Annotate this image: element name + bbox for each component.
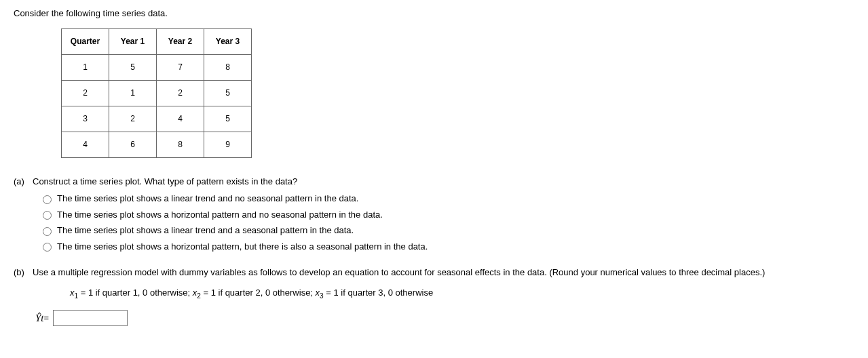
option-label: The time series plot shows a linear tren… (57, 192, 358, 205)
part-a-label: (a) (14, 175, 33, 188)
y-hat: Ŷ (35, 311, 41, 326)
cell: 4 (157, 106, 204, 132)
radio-option-4[interactable] (43, 243, 52, 252)
cell: 5 (109, 54, 157, 80)
part-b-label: (b) (14, 266, 33, 279)
option-row[interactable]: The time series plot shows a linear tren… (39, 224, 854, 237)
cell: 1 (109, 80, 157, 106)
answer-row: Ŷt = (35, 310, 854, 326)
table-row: 4 6 8 9 (62, 132, 252, 157)
text: = 1 if quarter 1, 0 otherwise; (78, 287, 193, 298)
cell: 4 (62, 132, 109, 157)
radio-option-2[interactable] (43, 211, 52, 220)
cell: 8 (157, 132, 204, 157)
option-row[interactable]: The time series plot shows a horizontal … (39, 240, 854, 254)
radio-option-3[interactable] (43, 227, 52, 236)
part-a: (a) Construct a time series plot. What t… (14, 175, 854, 256)
col-header: Year 2 (157, 28, 204, 54)
col-header: Quarter (62, 28, 109, 54)
cell: 5 (204, 80, 252, 106)
option-row[interactable]: The time series plot shows a horizontal … (39, 208, 854, 222)
table-row: 2 1 2 5 (62, 80, 252, 106)
cell: 8 (204, 54, 252, 80)
cell: 6 (109, 132, 157, 157)
option-label: The time series plot shows a horizontal … (57, 208, 383, 222)
part-a-question: Construct a time series plot. What type … (33, 175, 854, 188)
equation-input[interactable] (53, 310, 128, 326)
cell: 2 (157, 80, 204, 106)
col-header: Year 1 (109, 28, 157, 54)
cell: 2 (109, 106, 157, 132)
col-header: Year 3 (204, 28, 252, 54)
part-b-question: Use a multiple regression model with dum… (33, 266, 854, 279)
text: = 1 if quarter 3, 0 otherwise (324, 287, 434, 298)
table-row: 1 5 7 8 (62, 54, 252, 80)
data-table: Quarter Year 1 Year 2 Year 3 1 5 7 8 2 1… (61, 28, 252, 158)
cell: 9 (204, 132, 252, 157)
part-b: (b) Use a multiple regression model with… (14, 266, 854, 326)
cell: 2 (62, 80, 109, 106)
radio-option-1[interactable] (43, 195, 52, 204)
option-row[interactable]: The time series plot shows a linear tren… (39, 192, 854, 205)
intro-text: Consider the following time series data. (14, 7, 854, 20)
cell: 5 (204, 106, 252, 132)
equals-sign: = (44, 311, 50, 325)
table-row: 3 2 4 5 (62, 106, 252, 132)
cell: 1 (62, 54, 109, 80)
text: = 1 if quarter 2, 0 otherwise; (201, 287, 316, 298)
option-label: The time series plot shows a horizontal … (57, 240, 428, 254)
cell: 7 (157, 54, 204, 80)
dummy-definitions: x1 = 1 if quarter 1, 0 otherwise; x2 = 1… (70, 286, 854, 301)
cell: 3 (62, 106, 109, 132)
option-label: The time series plot shows a linear tren… (57, 224, 354, 237)
